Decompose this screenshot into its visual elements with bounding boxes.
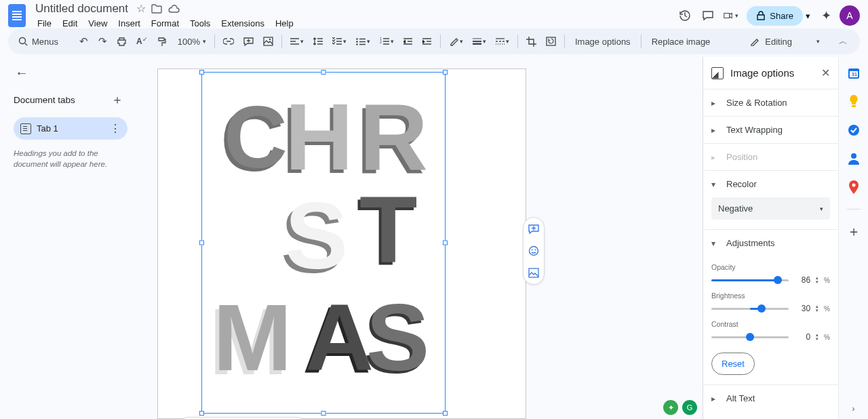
contrast-slider[interactable]: [711, 336, 789, 338]
contrast-stepper[interactable]: ▴▾: [816, 333, 818, 341]
maps-icon[interactable]: [847, 180, 861, 194]
meet-icon[interactable]: ▾: [724, 8, 738, 23]
print-button[interactable]: [113, 32, 130, 51]
line-spacing-button[interactable]: [310, 32, 326, 51]
insert-image-button[interactable]: [260, 32, 277, 51]
tab-1-label: Tab 1: [37, 123, 58, 134]
resize-handle[interactable]: [443, 411, 448, 416]
svg-point-2: [269, 39, 271, 40]
editing-mode-dropdown[interactable]: Editing ▾: [743, 34, 827, 49]
border-weight-button[interactable]: ▾: [469, 32, 490, 51]
indent-button[interactable]: [419, 32, 435, 51]
menu-extensions[interactable]: Extensions: [216, 17, 269, 30]
opacity-slider[interactable]: [711, 279, 789, 281]
search-menus-button[interactable]: Menus: [15, 32, 62, 51]
image-options-button[interactable]: Image options: [570, 34, 636, 49]
recolor-dropdown[interactable]: Negative ▾: [711, 197, 830, 220]
contrast-value[interactable]: 0: [794, 332, 810, 342]
section-text-wrapping[interactable]: ▸Text Wrapping: [703, 117, 838, 143]
paint-format-button[interactable]: [154, 32, 170, 51]
brightness-stepper[interactable]: ▴▾: [816, 304, 818, 313]
resize-handle[interactable]: [199, 411, 204, 416]
menu-file[interactable]: File: [33, 17, 56, 30]
close-panel-icon[interactable]: ✕: [821, 66, 830, 79]
opacity-stepper[interactable]: ▴▾: [816, 276, 818, 284]
share-button[interactable]: Share: [747, 6, 803, 26]
resize-handle[interactable]: [443, 70, 448, 75]
svg-point-10: [532, 250, 533, 251]
ruler-horizontal[interactable]: [146, 57, 703, 67]
section-recolor[interactable]: ▾Recolor: [703, 171, 838, 197]
ruler-vertical[interactable]: [136, 67, 146, 419]
section-alt-text[interactable]: ▸Alt Text: [703, 385, 838, 412]
keep-icon[interactable]: [847, 95, 861, 108]
percent-label: %: [824, 305, 830, 313]
tab-more-icon[interactable]: ⋮: [110, 122, 121, 135]
hide-side-panel-icon[interactable]: ›: [852, 403, 854, 414]
tab-1[interactable]: Tab 1 ⋮: [14, 117, 127, 140]
opacity-label: Opacity: [711, 263, 830, 271]
star-icon[interactable]: ☆: [136, 2, 146, 15]
border-color-button[interactable]: ▾: [446, 32, 467, 51]
percent-label: %: [824, 334, 830, 341]
resize-handle[interactable]: [199, 241, 204, 245]
opacity-value[interactable]: 86: [794, 275, 810, 285]
get-addons-icon[interactable]: ＋: [847, 224, 861, 238]
undo-button[interactable]: ↶: [75, 32, 92, 51]
resize-handle[interactable]: [443, 241, 448, 245]
document-canvas: CHR ✦ ST MAS: [132, 57, 703, 419]
bullet-list-button[interactable]: ▾: [353, 32, 374, 51]
menu-edit[interactable]: Edit: [58, 17, 82, 30]
section-size-rotation[interactable]: ▸Size & Rotation: [703, 89, 838, 116]
reset-image-button[interactable]: [542, 32, 559, 51]
align-dropdown[interactable]: ▾: [287, 32, 307, 51]
image-selection[interactable]: CHR ✦ ST MAS: [201, 72, 446, 414]
selected-image[interactable]: CHR ✦ ST MAS: [210, 86, 437, 399]
page[interactable]: CHR ✦ ST MAS: [157, 68, 526, 419]
contacts-icon[interactable]: [847, 152, 861, 165]
redo-button[interactable]: ↷: [94, 32, 111, 51]
calendar-icon[interactable]: 31: [847, 66, 861, 80]
numbered-list-button[interactable]: 12▾: [376, 32, 397, 51]
menu-insert[interactable]: Insert: [113, 17, 145, 30]
brightness-value[interactable]: 30: [794, 304, 810, 313]
crop-image-button[interactable]: [523, 32, 540, 51]
history-icon[interactable]: [677, 8, 692, 23]
border-dash-button[interactable]: ▾: [492, 32, 513, 51]
resize-handle[interactable]: [321, 411, 326, 416]
account-avatar[interactable]: A: [840, 5, 860, 26]
add-comment-icon[interactable]: [526, 222, 541, 237]
cloud-status-icon[interactable]: [167, 5, 180, 13]
zoom-dropdown[interactable]: 100%▾: [173, 32, 210, 51]
resize-handle[interactable]: [199, 70, 204, 75]
menu-help[interactable]: Help: [271, 17, 298, 30]
grammarly-icon[interactable]: G: [682, 400, 697, 415]
insert-link-button[interactable]: [220, 32, 237, 51]
checklist-button[interactable]: ▾: [329, 32, 350, 51]
outdent-button[interactable]: [400, 32, 416, 51]
move-folder-icon[interactable]: [151, 4, 162, 14]
contextual-actions: [523, 217, 545, 285]
tasks-icon[interactable]: [847, 123, 861, 137]
comments-icon[interactable]: [701, 8, 715, 23]
add-comment-button[interactable]: [240, 32, 257, 51]
explore-icon[interactable]: ✦: [663, 400, 678, 415]
doc-title-input[interactable]: Untitled document: [33, 2, 131, 16]
menu-tools[interactable]: Tools: [185, 17, 215, 30]
add-tab-button[interactable]: ＋: [111, 92, 123, 108]
reset-button[interactable]: Reset: [711, 353, 755, 375]
section-adjustments[interactable]: ▾Adjustments: [703, 230, 838, 256]
collapse-toolbar-button[interactable]: ︿: [833, 33, 853, 50]
resize-handle[interactable]: [321, 70, 326, 75]
menu-view[interactable]: View: [83, 17, 112, 30]
emoji-react-icon[interactable]: [526, 243, 541, 258]
replace-image-button[interactable]: Replace image: [646, 34, 716, 49]
suggest-edit-icon[interactable]: [526, 265, 541, 280]
share-dropdown-icon[interactable]: ▾: [803, 11, 813, 21]
spellcheck-button[interactable]: A✓: [133, 32, 151, 51]
docs-logo[interactable]: [8, 4, 26, 27]
outline-back-button[interactable]: ←: [14, 61, 127, 85]
brightness-slider[interactable]: [711, 308, 789, 310]
gemini-icon[interactable]: ✦: [821, 8, 831, 23]
menu-format[interactable]: Format: [146, 17, 184, 30]
